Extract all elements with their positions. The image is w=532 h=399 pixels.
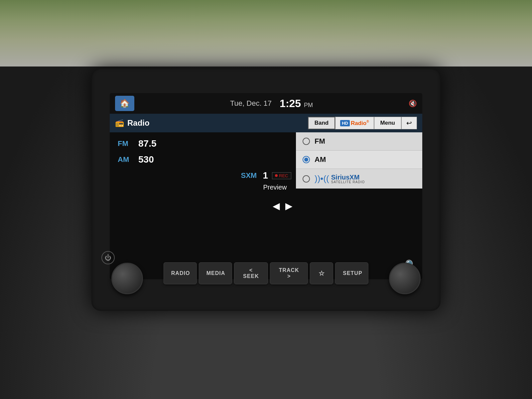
background-photo	[0, 0, 532, 66]
fm-frequency: 87.5	[138, 138, 157, 149]
sxm-line1: SXM 1 REC	[241, 170, 291, 181]
radio-icon: 📻	[115, 119, 124, 127]
sxm-number: 1	[263, 170, 268, 181]
satellite-radio-text: SATELLITE RADIO	[331, 181, 365, 184]
favorite-button[interactable]: ☆	[310, 262, 333, 284]
dropdown-item-fm[interactable]: FM	[296, 132, 422, 151]
home-button[interactable]: 🏠	[115, 96, 134, 111]
date-time-display: Tue, Dec. 17 1:25 PM	[134, 97, 409, 110]
rec-dot	[275, 174, 278, 177]
radio-circle-am	[303, 156, 310, 163]
seek-prev-button[interactable]: < SEEK	[234, 262, 268, 284]
rec-badge: REC	[272, 172, 291, 179]
band-dropdown: FM AM ))•(( SiriusXM SATELLITE RADIO	[296, 132, 422, 189]
screen-bezel: 🏠 Tue, Dec. 17 1:25 PM 🔇 📻 Radio Band	[91, 68, 441, 311]
dropdown-item-siriusxm[interactable]: ))•(( SiriusXM SATELLITE RADIO	[296, 169, 422, 189]
hd-radio-logo: HD Radio®	[340, 120, 369, 127]
main-content: FM 87.5 AM 530 SXM 1 REC	[110, 132, 422, 279]
nav-arrow-right[interactable]: ▶	[285, 200, 293, 211]
am-option-label: AM	[315, 155, 326, 164]
power-button[interactable]: ⏻	[101, 251, 115, 264]
date-text: Tue, Dec. 17	[230, 99, 272, 108]
bottom-button-row: RADIO MEDIA < SEEK TRACK > ☆ SETUP	[164, 262, 368, 284]
am-frequency: 530	[138, 154, 154, 165]
radio-control-bar: 📻 Radio Band HD Radio® Menu ↩	[110, 114, 422, 132]
home-icon: 🏠	[120, 99, 130, 108]
dropdown-item-am[interactable]: AM	[296, 151, 422, 169]
radio-circle-sxm	[303, 175, 310, 183]
back-button[interactable]: ↩	[401, 117, 417, 129]
siriusxm-brand-text: SiriusXM	[331, 174, 365, 181]
volume-knob[interactable]	[111, 263, 143, 294]
sxm-text-block: SiriusXM SATELLITE RADIO	[331, 174, 365, 184]
sxm-waves-icon: ))•((	[315, 174, 329, 184]
siriusxm-logo: ))•(( SiriusXM SATELLITE RADIO	[315, 174, 365, 184]
top-bar: 🏠 Tue, Dec. 17 1:25 PM 🔇	[110, 93, 422, 114]
hd-radio-button[interactable]: HD Radio®	[335, 117, 374, 129]
fm-option-label: FM	[315, 137, 325, 146]
time-text: 1:25 PM	[280, 97, 313, 110]
nav-arrow-left[interactable]: ◀	[273, 200, 280, 211]
band-button-group: Band HD Radio® Menu ↩	[308, 117, 417, 129]
screen-display: 🏠 Tue, Dec. 17 1:25 PM 🔇 📻 Radio Band	[110, 93, 422, 279]
menu-button[interactable]: Menu	[374, 117, 401, 129]
radio-button[interactable]: RADIO	[164, 262, 197, 284]
radio-title: 📻 Radio	[115, 118, 304, 128]
tuner-knob[interactable]	[389, 263, 421, 294]
sxm-preview-label: Preview	[263, 184, 287, 191]
radio-circle-fm	[303, 138, 310, 145]
media-button[interactable]: MEDIA	[199, 262, 232, 284]
setup-button[interactable]: SETUP	[335, 262, 368, 284]
am-band-label: AM	[118, 155, 136, 164]
band-button[interactable]: Band	[308, 117, 335, 129]
sxm-band-label: SXM	[241, 171, 259, 180]
bluetooth-mute-icon: 🔇	[409, 99, 417, 107]
fm-band-label: FM	[118, 139, 136, 148]
track-next-button[interactable]: TRACK >	[270, 262, 308, 284]
